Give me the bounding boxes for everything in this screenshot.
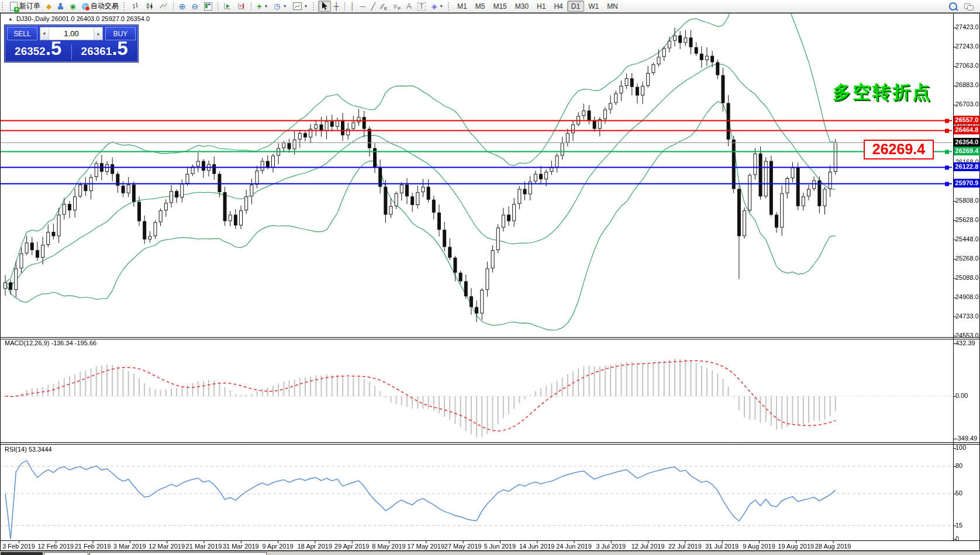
zoom-in-button[interactable]: ⊕	[176, 1, 189, 12]
buy-price[interactable]: 26361.5	[72, 39, 138, 60]
date-axis-label: 31 Mar 2019	[223, 543, 259, 550]
price-axis-label: 24733.0	[955, 313, 979, 320]
toolbar-grip[interactable]	[2, 2, 5, 11]
autotrading-button[interactable]: 自动交易	[79, 1, 122, 12]
chart-tab[interactable]	[89, 552, 267, 555]
bar-chart-button[interactable]	[129, 1, 143, 12]
candlestick-chart-icon	[146, 2, 154, 10]
toolbar-grip[interactable]	[123, 2, 126, 11]
arrows-tool-button[interactable]: ◈ ▼	[429, 1, 446, 12]
price-axis-label: 26703.0	[955, 100, 979, 107]
line-chart-button[interactable]	[157, 1, 171, 12]
price-badge: 26464.8	[954, 126, 980, 134]
chat-icon	[964, 4, 972, 9]
chart-shift-icon	[237, 2, 246, 10]
new-order-icon: +	[10, 2, 18, 11]
horizontal-line-tool-button[interactable]: ─	[357, 1, 368, 12]
date-axis-label: 27 May 2019	[444, 543, 482, 550]
timeframe-d1[interactable]: D1	[567, 1, 584, 12]
toolbar-grip[interactable]	[313, 2, 316, 11]
date-axis-label: 28 Aug 2019	[815, 543, 851, 550]
macd-axis-label: 0.00	[955, 392, 968, 399]
toolbar: + 新订单 ◆ ◉ 自动交易 ⊕ ⊖ + ▼ ◷	[0, 0, 980, 13]
timeframe-m15[interactable]: M15	[489, 1, 510, 12]
text-label-tool-button[interactable]: T	[415, 1, 429, 12]
timeframe-mn[interactable]: MN	[603, 1, 622, 12]
templates-icon	[293, 2, 302, 10]
profile-button[interactable]	[54, 1, 67, 12]
price-axis-label: 25448.0	[955, 235, 979, 242]
date-axis-label: 8 May 2019	[372, 543, 405, 550]
date-axis-label: 9 Aug 2019	[743, 543, 775, 550]
price-axis-label: 26883.0	[955, 81, 979, 88]
new-order-button[interactable]: + 新订单	[7, 1, 43, 12]
chart-shift-button[interactable]	[234, 1, 249, 12]
rsi-axis-label: 100	[955, 444, 966, 451]
collapse-trade-panel-icon[interactable]: ▲	[8, 16, 13, 22]
templates-button[interactable]: ▼	[290, 1, 311, 12]
date-axis-label: 17 May 2019	[407, 543, 444, 550]
autotrading-icon	[82, 3, 89, 10]
price-axis-label: 25088.0	[955, 274, 979, 281]
periods-clock-icon: ◷	[274, 3, 280, 10]
channel-tool-button[interactable]: ∕∕ E	[378, 1, 390, 12]
signal-button[interactable]: ◉	[67, 1, 78, 12]
signal-icon: ◉	[70, 3, 75, 10]
rsi-label: RSI(14) 53.3444	[5, 446, 52, 453]
date-axis-label: 24 Jun 2019	[556, 543, 592, 550]
line-chart-icon	[160, 2, 168, 10]
zoom-in-icon: ⊕	[179, 3, 186, 10]
chat-button[interactable]	[961, 1, 975, 12]
indicators-icon: +	[257, 3, 261, 10]
fibonacci-tool-button[interactable]: ≡ F	[390, 1, 403, 12]
text-tool-button[interactable]: A	[403, 1, 415, 12]
indicators-button[interactable]: + ▼	[254, 1, 271, 12]
vertical-line-tool-button[interactable]: │	[347, 1, 358, 12]
timeframe-m5[interactable]: M5	[471, 1, 489, 12]
timeframe-m30[interactable]: M30	[511, 1, 533, 12]
price-axis-label: 27063.0	[955, 62, 979, 69]
tile-windows-button[interactable]	[201, 1, 215, 12]
turning-point-annotation: 多空转折点	[833, 80, 932, 105]
toolbar-grip[interactable]	[448, 2, 451, 11]
horizontal-line-icon: ─	[360, 3, 365, 10]
timeframe-h1[interactable]: H1	[533, 1, 550, 12]
date-axis-label: 3 Mar 2019	[113, 543, 146, 550]
chart-tab[interactable]	[1, 552, 43, 555]
date-axis-label: 14 Jun 2019	[519, 543, 555, 550]
chart-title: DJ30-,Daily 26001.0 26403.0 25927.0 2635…	[16, 15, 150, 22]
trendline-tool-button[interactable]: ╱	[368, 1, 378, 12]
cursor-icon	[321, 2, 328, 11]
bar-chart-icon	[132, 2, 140, 10]
fibonacci-icon: ≡	[393, 3, 397, 10]
timeframe-m1[interactable]: M1	[453, 1, 471, 12]
one-click-trading-panel: SELL ▼ ▲ BUY 26352.5 26361.5	[5, 25, 138, 62]
sell-price[interactable]: 26352.5	[5, 39, 71, 60]
date-axis-label: 21 Feb 2019	[75, 543, 111, 550]
dropdown-arrow-icon: ▼	[283, 4, 287, 8]
price-axis-label: 27243.0	[955, 43, 979, 50]
timeframe-w1[interactable]: W1	[584, 1, 603, 12]
search-button[interactable]	[946, 1, 961, 12]
price-callout-box[interactable]: 26269.4	[864, 140, 934, 159]
volume-increase-button[interactable]: ▲	[94, 27, 102, 40]
date-axis-label: 22 Jul 2019	[668, 543, 702, 550]
timeframe-h4[interactable]: H4	[550, 1, 567, 12]
candlestick-chart-button[interactable]	[143, 1, 157, 12]
periods-button[interactable]: ◷ ▼	[271, 1, 289, 12]
crosshair-tool-button[interactable]: ┼	[331, 1, 342, 12]
rsi-axis-label: 15	[955, 522, 962, 529]
metaeditor-button[interactable]: ◆	[43, 1, 54, 12]
cursor-tool-button[interactable]	[318, 1, 331, 12]
price-axis-label: 24553.0	[955, 332, 979, 339]
price-badge: 26354.0	[954, 138, 980, 147]
zoom-out-icon: ⊖	[191, 3, 198, 10]
price-badge: 26122.8	[954, 162, 980, 171]
dropdown-arrow-icon: ▼	[264, 4, 268, 8]
chart-tab[interactable]	[44, 552, 88, 555]
auto-scroll-button[interactable]	[220, 1, 234, 12]
date-axis-label: 5 Jun 2019	[484, 543, 516, 550]
text-tool-icon: A	[406, 3, 412, 10]
zoom-out-button[interactable]: ⊖	[188, 1, 201, 12]
crosshair-icon: ┼	[334, 3, 339, 10]
